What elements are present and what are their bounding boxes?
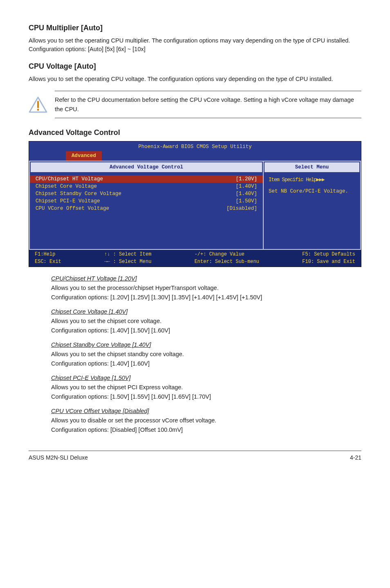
bios-tab-row: Advanced (29, 151, 361, 160)
subitem: Chipset Core Voltage [1.40V]Allows you t… (51, 307, 361, 335)
footer-page-number: 4-21 (350, 453, 361, 462)
bios-help-line1: Item Specific Help▶▶▶ (269, 176, 355, 184)
bios-help-line2: Set NB Core/PCI-E Voltage. (269, 188, 355, 195)
bios-right-header: Select Menu (264, 162, 359, 172)
heading-cpu-multiplier: CPU Multiplier [Auto] (29, 22, 361, 33)
heading-cpu-voltage: CPU Voltage [Auto] (29, 61, 361, 72)
bios-field-row[interactable]: Chipset PCI-E Voltage [1.50V] (36, 197, 257, 205)
subitem-config: Configuration options: [1.40V] [1.60V] (51, 359, 361, 368)
bios-window: Phoenix-Award BIOS CMOS Setup Utility Ad… (29, 141, 361, 267)
bios-left-panel: Advanced Voltage Control CPU/Chipset HT … (29, 162, 263, 250)
bios-field-label: Chipset Core Voltage (36, 183, 134, 190)
bios-field-value: [1.20V] (235, 175, 257, 183)
svg-point-2 (37, 109, 39, 111)
bios-field-row[interactable]: Chipset Standby Core Voltage [1.40V] (36, 190, 257, 197)
footer-f5: F5: Setup Defaults (302, 251, 355, 257)
note-box: Refer to the CPU documentation before se… (29, 91, 361, 118)
note-text: Refer to the CPU documentation before se… (55, 91, 361, 118)
footer-select-item: ↑↓ : Select Item (104, 251, 151, 257)
footer-select-sub: Enter: Select Sub-menu (195, 259, 259, 265)
subitem-title: Chipset Standby Core Voltage [1.40V] (51, 341, 151, 348)
footer-esc: ESC: Exit (35, 259, 61, 265)
footer-f1: F1:Help (35, 251, 55, 257)
footer-change-value: -/+: Change Value (195, 251, 244, 257)
section-cpu-multiplier: CPU Multiplier [Auto] Allows you to set … (29, 22, 361, 54)
bios-footer: F1:Help ESC: Exit ↑↓ : Select Item →← : … (29, 250, 361, 267)
subitem-desc: Allows you to disable or set the process… (51, 416, 361, 425)
body-cpu-voltage: Allows you to set the operating CPU volt… (29, 75, 361, 83)
bios-field-row[interactable]: CPU/Chipset HT Voltage [1.20V] (30, 175, 263, 183)
section-cpu-voltage: CPU Voltage [Auto] Allows you to set the… (29, 61, 361, 83)
bios-left-header: Advanced Voltage Control (31, 162, 262, 172)
subitem-title: Chipset Core Voltage [1.40V] (51, 308, 128, 315)
subitem-title: CPU/Chipset HT Voltage [1.20V] (51, 275, 137, 282)
bios-field-value: [1.40V] (235, 183, 257, 190)
bios-tab-advanced[interactable]: Advanced (66, 151, 102, 160)
bios-field-row[interactable]: Chipset Core Voltage [1.40V] (36, 183, 257, 190)
bios-field-row[interactable]: CPU VCore Offset Voltage [Disabled] (36, 205, 257, 212)
bios-field-value: [1.40V] (235, 190, 257, 197)
footer-product: ASUS M2N-SLI Deluxe (29, 453, 88, 462)
subitem: Chipset PCI-E Voltage [1.50V]Allows you … (51, 374, 361, 401)
subitem: CPU VCore Offset Voltage [Disabled]Allow… (51, 407, 361, 434)
subitem-desc: Allows you to set the processor/chipset … (51, 284, 361, 292)
subitem-title: CPU VCore Offset Voltage [Disabled] (51, 408, 149, 414)
bios-field-value: [Disabled] (226, 205, 257, 212)
bios-field-value: [1.50V] (235, 197, 257, 205)
bios-right-panel: Select Menu Item Specific Help▶▶▶ Set NB… (263, 162, 361, 250)
subitem: CPU/Chipset HT Voltage [1.20V]Allows you… (51, 274, 361, 302)
footer-f10: F10: Save and Exit (302, 259, 355, 265)
subitem-config: Configuration options: [Disabled] [Offse… (51, 426, 361, 434)
subitem-config: Configuration options: [1.50V] [1.55V] [… (51, 393, 361, 401)
subitem-config: Configuration options: [1.40V] [1.50V] [… (51, 326, 361, 335)
warning-icon (29, 97, 47, 113)
heading-advanced-voltage: Advanced Voltage Control (29, 127, 361, 138)
subitem: Chipset Standby Core Voltage [1.40V]Allo… (51, 341, 361, 368)
bios-title: Phoenix-Award BIOS CMOS Setup Utility (29, 141, 361, 151)
subitem-title: Chipset PCI-E Voltage [1.50V] (51, 375, 131, 381)
bios-field-label: CPU VCore Offset Voltage (36, 205, 134, 212)
subitem-desc: Allows you to set the chipset PCI Expres… (51, 383, 361, 392)
bios-field-label: Chipset PCI-E Voltage (36, 197, 134, 205)
bios-field-label: Chipset Standby Core Voltage (36, 190, 134, 197)
subitem-desc: Allows you to set the chipset core volta… (51, 317, 361, 325)
footer-select-menu: →← : Select Menu (104, 259, 151, 265)
body-cpu-multiplier: Allows you to set the operating CPU mult… (29, 36, 361, 54)
bios-field-label: CPU/Chipset HT Voltage (36, 175, 134, 183)
subitem-desc: Allows you to set the chipset standby co… (51, 350, 361, 359)
subitem-config: Configuration options: [1.20V] [1.25V] [… (51, 293, 361, 302)
page-footer: ASUS M2N-SLI Deluxe 4-21 (29, 451, 361, 462)
